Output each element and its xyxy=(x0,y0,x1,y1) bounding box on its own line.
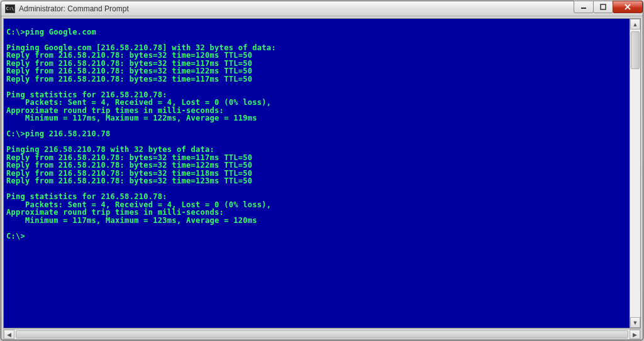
minimize-button[interactable] xyxy=(574,1,594,13)
close-button[interactable] xyxy=(613,1,643,13)
svg-rect-1 xyxy=(601,4,606,9)
terminal-viewport[interactable]: C:\>ping Google.com Pinging Google.com [… xyxy=(3,18,641,328)
titlebar[interactable]: C:\ Administrator: Command Prompt xyxy=(1,1,643,16)
maximize-button[interactable] xyxy=(593,1,613,13)
scroll-track[interactable] xyxy=(630,30,640,317)
scroll-thumb[interactable] xyxy=(631,31,640,69)
scroll-up-arrow-icon[interactable]: ▲ xyxy=(630,19,640,30)
horizontal-scrollbar[interactable]: ◀ ▶ xyxy=(3,329,641,340)
command-prompt-window: C:\ Administrator: Command Prompt C:\>pi… xyxy=(1,1,643,340)
terminal-output: C:\>ping Google.com Pinging Google.com [… xyxy=(4,19,640,241)
scroll-down-arrow-icon[interactable]: ▼ xyxy=(630,317,640,328)
window-controls xyxy=(574,1,643,13)
scroll-right-arrow-icon[interactable]: ▶ xyxy=(630,330,640,339)
h-scroll-thumb[interactable] xyxy=(16,330,628,338)
scroll-left-arrow-icon[interactable]: ◀ xyxy=(4,330,14,339)
cmd-icon: C:\ xyxy=(5,4,15,13)
window-title: Administrator: Command Prompt xyxy=(19,4,129,13)
vertical-scrollbar[interactable]: ▲ ▼ xyxy=(630,19,640,328)
